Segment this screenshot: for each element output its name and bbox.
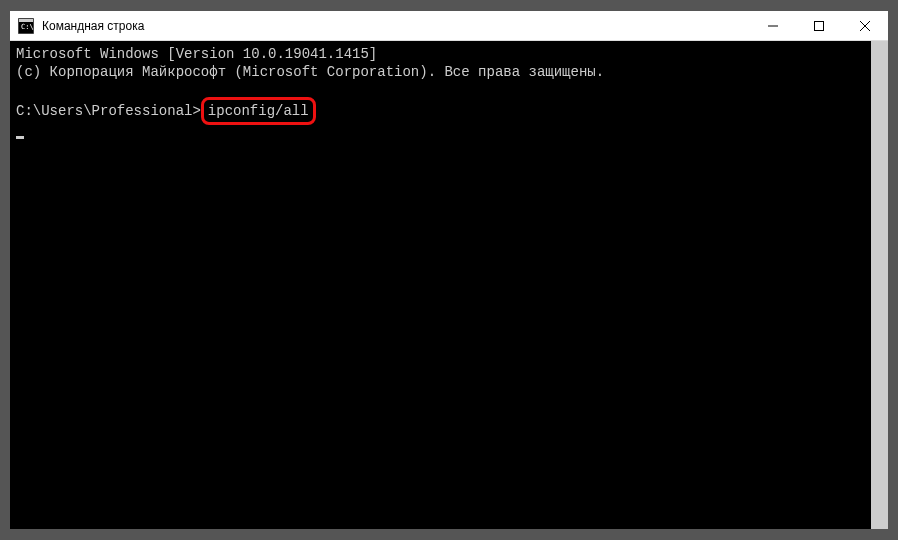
close-button[interactable] <box>842 11 888 40</box>
command-text: ipconfig/all <box>208 103 309 119</box>
prompt-line: C:\Users\Professional>ipconfig/all <box>16 99 882 123</box>
cursor-line <box>16 123 882 139</box>
prompt-path: C:\Users\Professional> <box>16 102 201 120</box>
command-highlight: ipconfig/all <box>201 97 316 125</box>
copyright-line: (c) Корпорация Майкрософт (Microsoft Cor… <box>16 63 882 81</box>
terminal-output[interactable]: Microsoft Windows [Version 10.0.19041.14… <box>10 41 888 529</box>
window-title: Командная строка <box>42 19 750 33</box>
text-cursor-icon <box>16 136 24 139</box>
maximize-button[interactable] <box>796 11 842 40</box>
command-prompt-window: C:\ Командная строка Microsoft Windows [… <box>9 10 889 530</box>
titlebar[interactable]: C:\ Командная строка <box>10 11 888 41</box>
version-line: Microsoft Windows [Version 10.0.19041.14… <box>16 45 882 63</box>
svg-rect-4 <box>815 21 824 30</box>
vertical-scrollbar[interactable] <box>871 41 888 529</box>
svg-text:C:\: C:\ <box>21 23 34 31</box>
svg-rect-1 <box>19 19 33 22</box>
scrollbar-thumb[interactable] <box>871 41 888 529</box>
blank-line <box>16 81 882 99</box>
window-controls <box>750 11 888 40</box>
cmd-icon: C:\ <box>18 18 34 34</box>
minimize-button[interactable] <box>750 11 796 40</box>
